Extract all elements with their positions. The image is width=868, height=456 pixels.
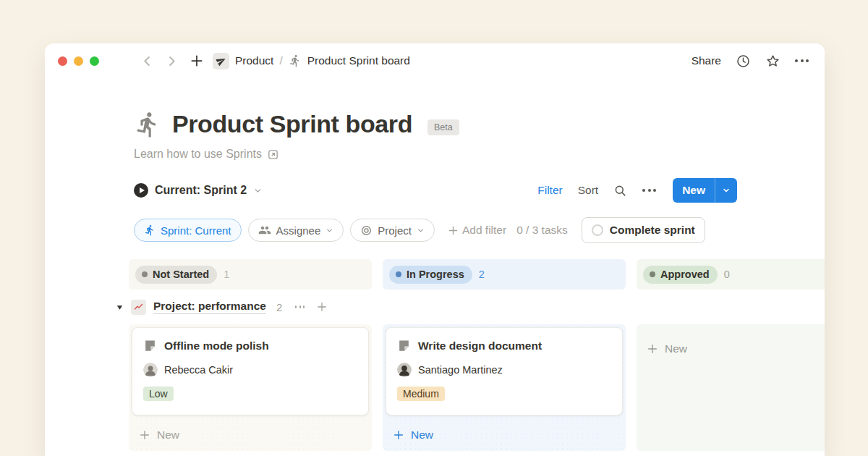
breadcrumb-separator: /: [279, 54, 282, 67]
minimize-window-button[interactable]: [74, 56, 83, 66]
plus-icon: [448, 225, 459, 236]
group-add-icon[interactable]: [316, 301, 328, 313]
task-card-offline-mode-polish[interactable]: Offline mode polish Rebecca Cakir Low: [132, 327, 369, 415]
status-dot: [142, 271, 148, 277]
group-options-icon[interactable]: [295, 303, 305, 312]
share-button[interactable]: Share: [692, 54, 721, 67]
people-icon: [258, 224, 271, 237]
new-card-label: New: [157, 428, 179, 442]
plus-icon: [647, 343, 658, 355]
chart-icon: [131, 300, 146, 315]
new-task-button[interactable]: New: [673, 178, 737, 203]
back-icon[interactable]: [140, 54, 154, 68]
status-pill-in-progress: In Progress: [389, 266, 472, 284]
page-runner-icon[interactable]: [134, 111, 161, 138]
task-card-write-design-document[interactable]: Write design document Santiago Martinez …: [386, 327, 623, 415]
breadcrumb: Product / Product Sprint board: [213, 53, 410, 69]
group-label[interactable]: Project: performance: [153, 300, 266, 314]
collapse-triangle-icon[interactable]: [116, 303, 124, 311]
forward-icon[interactable]: [165, 54, 179, 68]
breadcrumb-page[interactable]: Product Sprint board: [307, 54, 410, 67]
assignee-name: Santiago Martinez: [418, 364, 503, 376]
group-row-project-performance: Project: performance 2: [116, 290, 825, 324]
learn-sprints-link[interactable]: Learn how to use Sprints: [134, 148, 262, 161]
app-window: Product / Product Sprint board Share Pro…: [45, 43, 825, 456]
sprint-board: Not Started 1 In Progress 2 Approved 0: [129, 259, 825, 451]
column-header-approved[interactable]: Approved 0: [637, 259, 825, 290]
window-topbar: Product / Product Sprint board Share: [45, 43, 825, 78]
assignee-chip-label: Assignee: [276, 224, 321, 237]
page-icon: [143, 339, 157, 352]
sidebar-menu-icon[interactable]: [115, 55, 129, 66]
new-task-label: New: [673, 178, 715, 203]
sprint-view-switcher[interactable]: Current: Sprint 2: [134, 183, 263, 198]
status-pill-approved: Approved: [643, 266, 718, 284]
status-label: In Progress: [407, 269, 464, 280]
complete-sprint-label: Complete sprint: [610, 224, 695, 237]
status-dot: [396, 271, 401, 277]
column-body-in-progress: Write design document Santiago Martinez …: [383, 324, 626, 451]
new-card-label: New: [665, 342, 687, 355]
page-icon: [397, 339, 411, 352]
priority-tag-low: Low: [143, 387, 174, 401]
close-window-button[interactable]: [58, 56, 67, 66]
column-body-not-started: Offline mode polish Rebecca Cakir Low Ne…: [129, 324, 372, 451]
chevron-down-icon: [417, 227, 425, 235]
sprint-chip-label: Sprint: Current: [161, 224, 231, 237]
chevron-down-icon: [253, 186, 263, 195]
search-icon[interactable]: [613, 184, 627, 198]
column-body-approved: New: [637, 324, 825, 451]
priority-tag-medium: Medium: [397, 387, 445, 401]
add-card-in-progress[interactable]: New: [386, 422, 623, 448]
new-page-plus-icon[interactable]: [190, 54, 204, 68]
beta-badge: Beta: [427, 119, 459, 135]
avatar-santiago-martinez: [397, 363, 412, 377]
runner-icon: [144, 224, 156, 236]
filter-button[interactable]: Filter: [537, 184, 562, 197]
current-sprint-play-icon: [134, 183, 148, 198]
avatar-rebecca-cakir: [143, 363, 158, 377]
task-count: 0 / 3 tasks: [516, 224, 568, 237]
assignee-filter-chip[interactable]: Assignee: [248, 219, 344, 242]
add-filter-button[interactable]: Add filter: [448, 224, 506, 237]
traffic-lights: [58, 56, 99, 66]
maximize-window-button[interactable]: [90, 56, 99, 66]
column-header-not-started[interactable]: Not Started 1: [129, 259, 372, 290]
view-options-icon[interactable]: [642, 189, 656, 192]
add-filter-label: Add filter: [462, 224, 506, 237]
target-icon: [360, 224, 373, 237]
card-title: Offline mode polish: [164, 339, 269, 352]
page-title: Product Sprint board: [172, 110, 412, 138]
sprint-filter-chip[interactable]: Sprint: Current: [134, 219, 242, 242]
project-filter-chip[interactable]: Project: [350, 219, 435, 242]
add-card-approved[interactable]: New: [639, 336, 822, 362]
status-label: Approved: [660, 269, 710, 280]
plus-icon: [139, 429, 150, 441]
teamspace-send-icon: [213, 53, 229, 69]
view-label: Current: Sprint 2: [155, 184, 247, 197]
column-count: 0: [724, 269, 730, 280]
new-task-chevron-icon[interactable]: [715, 178, 737, 203]
column-header-in-progress[interactable]: In Progress 2: [383, 259, 626, 290]
more-options-icon[interactable]: [795, 59, 809, 62]
complete-sprint-button[interactable]: Complete sprint: [582, 217, 705, 243]
external-link-icon[interactable]: [267, 148, 279, 161]
sort-button[interactable]: Sort: [578, 184, 598, 197]
new-card-label: New: [411, 428, 433, 442]
column-count: 1: [224, 269, 229, 280]
status-pill-not-started: Not Started: [135, 266, 217, 284]
column-count: 2: [479, 269, 485, 280]
favorite-star-icon[interactable]: [765, 54, 780, 69]
assignee-name: Rebecca Cakir: [164, 364, 233, 376]
chevron-down-icon: [326, 227, 333, 235]
clock-icon[interactable]: [736, 54, 751, 69]
progress-ring-icon: [592, 224, 603, 236]
project-chip-label: Project: [378, 224, 412, 237]
card-title: Write design document: [418, 339, 542, 352]
runner-icon: [289, 54, 302, 67]
status-label: Not Started: [153, 269, 209, 280]
add-card-not-started[interactable]: New: [132, 422, 369, 448]
breadcrumb-team[interactable]: Product: [235, 54, 273, 67]
status-dot: [650, 271, 655, 277]
plus-icon: [393, 429, 404, 441]
